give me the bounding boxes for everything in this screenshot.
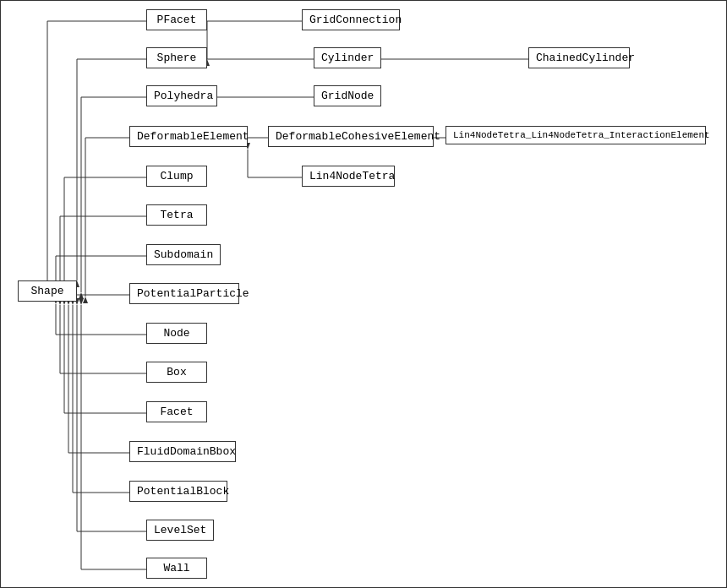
node-GridNode: GridNode <box>314 85 381 106</box>
node-Clump: Clump <box>146 166 207 187</box>
node-Node: Node <box>146 323 207 344</box>
node-Box: Box <box>146 362 207 383</box>
node-Polyhedra: Polyhedra <box>146 85 217 106</box>
node-DeformableCohesiveElement: DeformableCohesiveElement <box>268 126 434 147</box>
node-PFacet: PFacet <box>146 9 207 30</box>
node-Cylinder: Cylinder <box>314 47 381 68</box>
node-Lin4NodeTetra: Lin4NodeTetra <box>302 166 395 187</box>
node-ChainedCylinder: ChainedCylinder <box>528 47 630 68</box>
diagram-container: Shape PFacet Sphere Polyhedra Deformable… <box>0 0 727 588</box>
node-FluidDomainBbox: FluidDomainBbox <box>129 441 236 462</box>
node-Shape: Shape <box>18 280 77 302</box>
node-Sphere: Sphere <box>146 47 207 68</box>
node-PotentialParticle: PotentialParticle <box>129 283 239 304</box>
node-GridConnection: GridConnection <box>302 9 400 30</box>
node-Tetra: Tetra <box>146 204 207 226</box>
node-DeformableElement: DeformableElement <box>129 126 248 147</box>
node-LevelSet: LevelSet <box>146 520 214 541</box>
node-Wall: Wall <box>146 558 207 579</box>
node-Subdomain: Subdomain <box>146 244 221 265</box>
node-Facet: Facet <box>146 401 207 422</box>
node-PotentialBlock: PotentialBlock <box>129 481 227 502</box>
node-Lin4NodeTetra-InteractionElement: Lin4NodeTetra_Lin4NodeTetra_InteractionE… <box>445 126 706 144</box>
